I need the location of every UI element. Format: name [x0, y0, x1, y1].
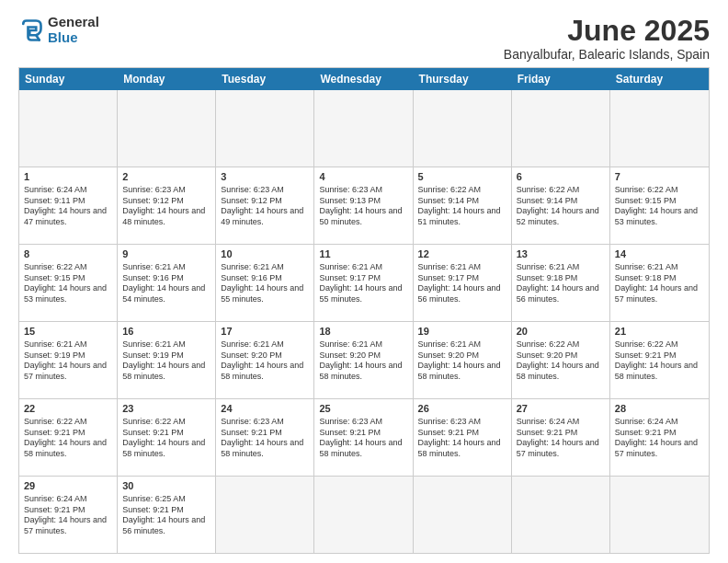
- page: General Blue June 2025 Banyalbufar, Bale…: [0, 0, 728, 563]
- cell-content: Sunrise: 6:22 AM Sunset: 9:15 PM Dayligh…: [24, 262, 112, 305]
- calendar-cell-5-2: [216, 477, 314, 553]
- cell-content: Sunrise: 6:21 AM Sunset: 9:19 PM Dayligh…: [122, 339, 210, 383]
- cell-content: Sunrise: 6:25 AM Sunset: 9:21 PM Dayligh…: [122, 494, 210, 537]
- calendar-row-4: 22Sunrise: 6:22 AM Sunset: 9:21 PM Dayli…: [19, 399, 709, 477]
- cell-content: Sunrise: 6:21 AM Sunset: 9:20 PM Dayligh…: [221, 339, 309, 383]
- cell-content: Sunrise: 6:21 AM Sunset: 9:17 PM Dayligh…: [319, 262, 407, 305]
- day-number: 29: [24, 479, 112, 493]
- day-number: 17: [221, 325, 309, 339]
- calendar-row-1: 1Sunrise: 6:24 AM Sunset: 9:11 PM Daylig…: [19, 167, 709, 245]
- calendar-cell-0-1: [118, 90, 216, 167]
- cell-content: Sunrise: 6:21 AM Sunset: 9:18 PM Dayligh…: [517, 262, 605, 305]
- calendar-cell-2-3: 11Sunrise: 6:21 AM Sunset: 9:17 PM Dayli…: [314, 245, 413, 321]
- calendar-cell-3-2: 17Sunrise: 6:21 AM Sunset: 9:20 PM Dayli…: [216, 322, 314, 398]
- day-number: 16: [122, 325, 210, 339]
- calendar-cell-1-4: 5Sunrise: 6:22 AM Sunset: 9:14 PM Daylig…: [414, 167, 512, 244]
- calendar-cell-1-6: 7Sunrise: 6:22 AM Sunset: 9:15 PM Daylig…: [610, 167, 709, 244]
- header-saturday: Saturday: [610, 68, 709, 90]
- day-number: 2: [122, 170, 210, 184]
- calendar-cell-5-1: 30Sunrise: 6:25 AM Sunset: 9:21 PM Dayli…: [118, 477, 216, 553]
- logo-text: General Blue: [48, 15, 99, 45]
- cell-content: Sunrise: 6:21 AM Sunset: 9:17 PM Dayligh…: [418, 262, 506, 305]
- cell-content: Sunrise: 6:24 AM Sunset: 9:21 PM Dayligh…: [517, 417, 605, 460]
- title-block: June 2025 Banyalbufar, Balearic Islands,…: [504, 15, 710, 62]
- cell-content: Sunrise: 6:21 AM Sunset: 9:16 PM Dayligh…: [221, 262, 309, 305]
- day-number: 5: [418, 170, 506, 184]
- cell-content: Sunrise: 6:23 AM Sunset: 9:21 PM Dayligh…: [221, 417, 309, 460]
- calendar-cell-2-5: 13Sunrise: 6:21 AM Sunset: 9:18 PM Dayli…: [512, 245, 610, 321]
- cell-content: Sunrise: 6:22 AM Sunset: 9:14 PM Dayligh…: [517, 185, 605, 228]
- cell-content: Sunrise: 6:23 AM Sunset: 9:21 PM Dayligh…: [418, 417, 506, 460]
- day-number: 4: [319, 170, 407, 184]
- calendar-cell-4-1: 23Sunrise: 6:22 AM Sunset: 9:21 PM Dayli…: [118, 399, 216, 476]
- cell-content: Sunrise: 6:24 AM Sunset: 9:21 PM Dayligh…: [24, 494, 112, 537]
- day-number: 28: [615, 402, 704, 416]
- calendar-cell-4-3: 25Sunrise: 6:23 AM Sunset: 9:21 PM Dayli…: [314, 399, 413, 476]
- calendar-cell-3-5: 20Sunrise: 6:22 AM Sunset: 9:20 PM Dayli…: [512, 322, 610, 398]
- cell-content: Sunrise: 6:21 AM Sunset: 9:18 PM Dayligh…: [615, 262, 704, 305]
- calendar-row-5: 29Sunrise: 6:24 AM Sunset: 9:21 PM Dayli…: [19, 477, 709, 553]
- day-number: 6: [517, 170, 605, 184]
- calendar-cell-5-5: [512, 477, 610, 553]
- logo-blue-label: Blue: [48, 30, 99, 46]
- calendar-cell-4-2: 24Sunrise: 6:23 AM Sunset: 9:21 PM Dayli…: [216, 399, 314, 476]
- calendar-cell-1-1: 2Sunrise: 6:23 AM Sunset: 9:12 PM Daylig…: [118, 167, 216, 244]
- day-number: 8: [24, 247, 112, 261]
- cell-content: Sunrise: 6:22 AM Sunset: 9:21 PM Dayligh…: [615, 339, 704, 383]
- day-number: 26: [418, 402, 506, 416]
- cell-content: Sunrise: 6:21 AM Sunset: 9:19 PM Dayligh…: [24, 339, 112, 383]
- cell-content: Sunrise: 6:21 AM Sunset: 9:16 PM Dayligh…: [122, 262, 210, 305]
- cell-content: Sunrise: 6:23 AM Sunset: 9:21 PM Dayligh…: [319, 417, 407, 460]
- day-number: 9: [122, 247, 210, 261]
- header: General Blue June 2025 Banyalbufar, Bale…: [18, 15, 710, 62]
- subtitle: Banyalbufar, Balearic Islands, Spain: [504, 47, 710, 62]
- calendar-cell-3-6: 21Sunrise: 6:22 AM Sunset: 9:21 PM Dayli…: [610, 322, 709, 398]
- day-number: 12: [418, 247, 506, 261]
- day-number: 15: [24, 325, 112, 339]
- day-number: 7: [615, 170, 704, 184]
- calendar-cell-3-1: 16Sunrise: 6:21 AM Sunset: 9:19 PM Dayli…: [118, 322, 216, 398]
- day-number: 24: [221, 402, 309, 416]
- calendar-cell-1-2: 3Sunrise: 6:23 AM Sunset: 9:12 PM Daylig…: [216, 167, 314, 244]
- calendar-header: Sunday Monday Tuesday Wednesday Thursday…: [19, 68, 709, 90]
- cell-content: Sunrise: 6:22 AM Sunset: 9:21 PM Dayligh…: [24, 417, 112, 460]
- calendar-row-3: 15Sunrise: 6:21 AM Sunset: 9:19 PM Dayli…: [19, 322, 709, 399]
- day-number: 30: [122, 479, 210, 493]
- day-number: 23: [122, 402, 210, 416]
- cell-content: Sunrise: 6:22 AM Sunset: 9:14 PM Dayligh…: [418, 185, 506, 228]
- main-title: June 2025: [504, 15, 710, 47]
- header-thursday: Thursday: [414, 68, 512, 90]
- calendar-cell-1-5: 6Sunrise: 6:22 AM Sunset: 9:14 PM Daylig…: [512, 167, 610, 244]
- cell-content: Sunrise: 6:22 AM Sunset: 9:15 PM Dayligh…: [615, 185, 704, 228]
- logo: General Blue: [18, 15, 99, 45]
- header-monday: Monday: [118, 68, 216, 90]
- calendar-cell-2-4: 12Sunrise: 6:21 AM Sunset: 9:17 PM Dayli…: [414, 245, 512, 321]
- cell-content: Sunrise: 6:23 AM Sunset: 9:12 PM Dayligh…: [122, 185, 210, 228]
- cell-content: Sunrise: 6:21 AM Sunset: 9:20 PM Dayligh…: [418, 339, 506, 383]
- cell-content: Sunrise: 6:24 AM Sunset: 9:11 PM Dayligh…: [24, 185, 112, 228]
- calendar-cell-4-6: 28Sunrise: 6:24 AM Sunset: 9:21 PM Dayli…: [610, 399, 709, 476]
- calendar-row-0: [19, 90, 709, 167]
- day-number: 25: [319, 402, 407, 416]
- day-number: 3: [221, 170, 309, 184]
- cell-content: Sunrise: 6:23 AM Sunset: 9:13 PM Dayligh…: [319, 185, 407, 228]
- cell-content: Sunrise: 6:21 AM Sunset: 9:20 PM Dayligh…: [319, 339, 407, 383]
- calendar-cell-1-3: 4Sunrise: 6:23 AM Sunset: 9:13 PM Daylig…: [314, 167, 413, 244]
- day-number: 11: [319, 247, 407, 261]
- calendar-cell-3-3: 18Sunrise: 6:21 AM Sunset: 9:20 PM Dayli…: [314, 322, 413, 398]
- calendar-cell-3-4: 19Sunrise: 6:21 AM Sunset: 9:20 PM Dayli…: [414, 322, 512, 398]
- day-number: 27: [517, 402, 605, 416]
- calendar-cell-0-4: [414, 90, 512, 167]
- day-number: 13: [517, 247, 605, 261]
- calendar-cell-0-5: [512, 90, 610, 167]
- day-number: 1: [24, 170, 112, 184]
- calendar-cell-1-0: 1Sunrise: 6:24 AM Sunset: 9:11 PM Daylig…: [19, 167, 118, 244]
- calendar-cell-2-1: 9Sunrise: 6:21 AM Sunset: 9:16 PM Daylig…: [118, 245, 216, 321]
- calendar-cell-2-6: 14Sunrise: 6:21 AM Sunset: 9:18 PM Dayli…: [610, 245, 709, 321]
- day-number: 10: [221, 247, 309, 261]
- calendar-cell-4-0: 22Sunrise: 6:22 AM Sunset: 9:21 PM Dayli…: [19, 399, 118, 476]
- calendar-cell-0-3: [314, 90, 413, 167]
- calendar-body: 1Sunrise: 6:24 AM Sunset: 9:11 PM Daylig…: [19, 90, 709, 553]
- calendar-cell-5-4: [414, 477, 512, 553]
- header-wednesday: Wednesday: [314, 68, 413, 90]
